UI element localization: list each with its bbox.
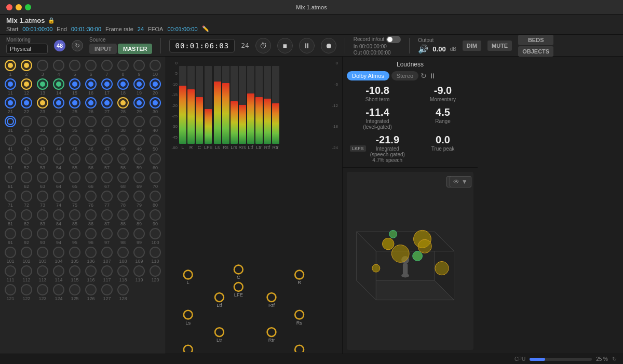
channel-circle-99[interactable] (133, 228, 145, 239)
channel-circle-37[interactable] (101, 116, 113, 127)
channel-circle-112[interactable] (21, 265, 32, 277)
speaker-node-Lrs[interactable]: Lrs (184, 345, 193, 352)
monitoring-select[interactable]: Physical (6, 44, 48, 54)
channel-circle-127[interactable] (101, 284, 113, 295)
channel-circle-93[interactable] (37, 228, 48, 239)
channel-circle-95[interactable] (69, 228, 80, 239)
stop-button[interactable]: ■ (277, 38, 293, 53)
channel-circle-125[interactable] (69, 284, 80, 295)
channel-circle-106[interactable] (85, 247, 97, 258)
view-options-button[interactable]: 👁 ▼ (450, 176, 471, 187)
minimize-button[interactable] (16, 4, 22, 10)
channel-circle-83[interactable] (37, 209, 48, 221)
channel-circle-123[interactable] (37, 284, 48, 295)
channel-circle-51[interactable] (5, 153, 16, 165)
channel-circle-25[interactable] (69, 97, 80, 109)
channel-circle-102[interactable] (21, 247, 32, 258)
channel-circle-30[interactable] (150, 97, 161, 109)
channel-circle-88[interactable] (117, 209, 129, 221)
channel-circle-111[interactable] (5, 265, 16, 277)
channel-circle-110[interactable] (150, 247, 161, 258)
channel-circle-56[interactable] (85, 153, 97, 165)
channel-circle-86[interactable] (85, 209, 97, 221)
channel-circle-39[interactable] (133, 116, 145, 127)
channel-circle-81[interactable] (5, 209, 16, 221)
speaker-node-C[interactable]: C (234, 265, 243, 280)
channel-circle-92[interactable] (21, 228, 32, 239)
channel-circle-52[interactable] (21, 153, 32, 165)
channel-circle-28[interactable] (117, 97, 129, 109)
channel-circle-84[interactable] (53, 209, 64, 221)
channel-circle-19[interactable] (133, 78, 145, 90)
channel-circle-124[interactable] (53, 284, 64, 295)
channel-circle-7[interactable] (101, 60, 113, 71)
beds-button[interactable]: BEDS (518, 35, 553, 45)
channel-circle-22[interactable] (21, 97, 32, 109)
dolby-atmos-tab[interactable]: Dolby Atmos (347, 71, 389, 80)
channel-circle-76[interactable] (85, 191, 97, 202)
channel-circle-98[interactable] (117, 228, 129, 239)
speaker-node-Rtf[interactable]: Rtf (267, 293, 276, 308)
channel-circle-31[interactable] (5, 116, 16, 127)
speaker-node-L[interactable]: L (184, 271, 193, 286)
speaker-node-R[interactable]: R (295, 271, 304, 286)
refresh-button[interactable]: ↻ (72, 40, 83, 51)
channel-circle-42[interactable] (21, 134, 32, 146)
zoom-button[interactable] (25, 4, 31, 10)
channel-circle-38[interactable] (117, 116, 129, 127)
cpu-refresh-icon[interactable]: ↻ (612, 356, 617, 362)
channel-circle-21[interactable] (5, 97, 16, 109)
channel-circle-2[interactable] (21, 60, 32, 71)
channel-circle-122[interactable] (21, 284, 32, 295)
channel-circle-16[interactable] (85, 78, 97, 90)
channel-circle-36[interactable] (85, 116, 97, 127)
channel-circle-109[interactable] (133, 247, 145, 258)
channel-circle-105[interactable] (69, 247, 80, 258)
channel-circle-17[interactable] (101, 78, 113, 90)
channel-circle-114[interactable] (53, 265, 64, 277)
channel-circle-66[interactable] (85, 172, 97, 183)
channel-circle-117[interactable] (101, 265, 113, 277)
channel-circle-79[interactable] (133, 191, 145, 202)
channel-circle-71[interactable] (5, 191, 16, 202)
record-inout-toggle[interactable] (386, 36, 401, 43)
channel-circle-23[interactable] (37, 97, 48, 109)
channel-circle-80[interactable] (150, 191, 161, 202)
channel-circle-49[interactable] (133, 134, 145, 146)
channel-circle-72[interactable] (21, 191, 32, 202)
channel-circle-40[interactable] (150, 116, 161, 127)
channel-circle-94[interactable] (53, 228, 64, 239)
channel-circle-9[interactable] (133, 60, 145, 71)
speaker-node-LFE[interactable]: LFE (234, 282, 243, 298)
channel-circle-91[interactable] (5, 228, 16, 239)
channel-circle-3[interactable] (37, 60, 48, 71)
pause-button[interactable]: ⏸ (299, 38, 315, 53)
speaker-node-Rtr[interactable]: Rtr (267, 328, 276, 343)
edit-icon[interactable]: ✏️ (202, 25, 209, 32)
mute-button[interactable]: MUTE (487, 41, 512, 51)
input-button[interactable]: INPUT (89, 44, 117, 54)
channel-circle-70[interactable] (150, 172, 161, 183)
channel-circle-10[interactable] (150, 60, 161, 71)
channel-circle-55[interactable] (69, 153, 80, 165)
channel-circle-15[interactable] (69, 78, 80, 90)
channel-circle-44[interactable] (53, 134, 64, 146)
channel-circle-68[interactable] (117, 172, 129, 183)
channel-circle-13[interactable] (37, 78, 48, 90)
channel-circle-108[interactable] (117, 247, 129, 258)
channel-circle-29[interactable] (133, 97, 145, 109)
channel-circle-46[interactable] (85, 134, 97, 146)
channel-circle-61[interactable] (5, 172, 16, 183)
channel-circle-115[interactable] (69, 265, 80, 277)
channel-circle-77[interactable] (101, 191, 113, 202)
channel-circle-121[interactable] (5, 284, 16, 295)
channel-circle-47[interactable] (101, 134, 113, 146)
channel-circle-20[interactable] (150, 78, 161, 90)
channel-circle-87[interactable] (101, 209, 113, 221)
close-button[interactable] (6, 4, 12, 10)
channel-circle-100[interactable] (150, 228, 161, 239)
channel-circle-126[interactable] (85, 284, 97, 295)
speaker-node-Rrs[interactable]: Rrs (295, 345, 304, 352)
channel-circle-62[interactable] (21, 172, 32, 183)
record-button[interactable]: ⏺ (321, 38, 336, 53)
